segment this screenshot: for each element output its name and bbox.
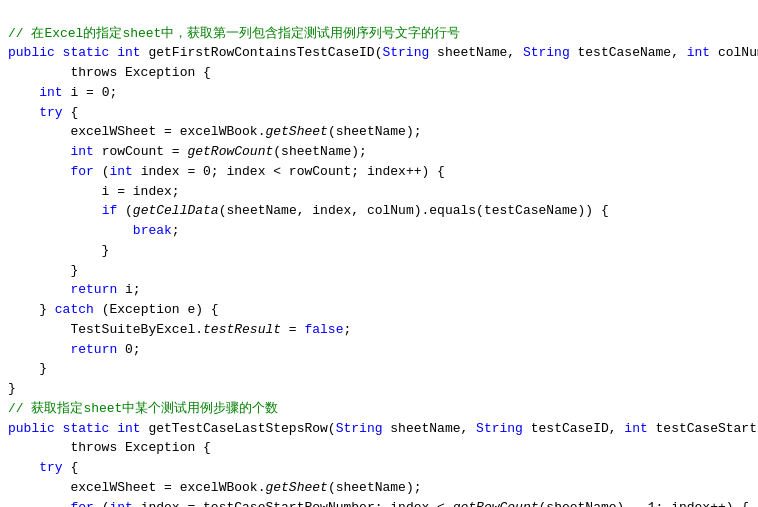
code-line: for (int index = testCaseStartRowNumber;… (0, 498, 758, 508)
code-line: } (0, 261, 758, 281)
code-text (8, 342, 70, 357)
code-text: testCaseID, (523, 421, 624, 436)
code-text: getFirstRowContainsTestCaseID( (141, 45, 383, 60)
keyword: try (39, 105, 62, 120)
code-text: ; (343, 322, 351, 337)
keyword: public static (8, 421, 117, 436)
code-text: index = testCaseStartRowNumber; index < (133, 500, 453, 508)
code-text: i = 0; (63, 85, 118, 100)
keyword: catch (55, 302, 94, 317)
code-text: throws Exception { (8, 65, 211, 80)
keyword: for (70, 500, 93, 508)
code-text: rowCount = (94, 144, 188, 159)
code-line: break; (0, 221, 758, 241)
keyword: break (133, 223, 172, 238)
method-name: getCellData (133, 203, 219, 218)
code-text (8, 105, 39, 120)
code-text (8, 144, 70, 159)
code-text: (sheetName, index, colNum).equals(testCa… (219, 203, 609, 218)
code-text: } (8, 302, 55, 317)
code-line: excelWSheet = excelWBook.getSheet(sheetN… (0, 478, 758, 498)
code-line: // 在Excel的指定sheet中，获取第一列包含指定测试用例序列号文字的行号 (0, 24, 758, 44)
keyword: int (70, 144, 93, 159)
keyword: return (70, 282, 117, 297)
keyword: int (39, 85, 62, 100)
keyword: String (382, 45, 429, 60)
code-line: public static int getTestCaseLastStepsRo… (0, 419, 758, 439)
code-text: sheetName, (382, 421, 476, 436)
code-line: } (0, 359, 758, 379)
code-text: ( (94, 164, 110, 179)
code-line: excelWSheet = excelWBook.getSheet(sheetN… (0, 122, 758, 142)
code-text (8, 85, 39, 100)
keyword: String (476, 421, 523, 436)
code-text: getTestCaseLastStepsRow( (141, 421, 336, 436)
code-text: ; (172, 223, 180, 238)
keyword: int (109, 500, 132, 508)
code-text: TestSuiteByExcel. (8, 322, 203, 337)
code-text: (Exception e) { (94, 302, 219, 317)
keyword: if (102, 203, 118, 218)
code-line: // 获取指定sheet中某个测试用例步骤的个数 (0, 399, 758, 419)
code-line: for (int index = 0; index < rowCount; in… (0, 162, 758, 182)
code-text: testCaseStartRowNumber (648, 421, 758, 436)
code-text: colNum) (710, 45, 758, 60)
code-text: excelWSheet = excelWBook. (8, 124, 265, 139)
code-text: 0; (117, 342, 140, 357)
code-text: (sheetName); (328, 480, 422, 495)
code-line: throws Exception { (0, 63, 758, 83)
code-editor: // 在Excel的指定sheet中，获取第一列包含指定测试用例序列号文字的行号… (0, 0, 758, 507)
code-text: = (281, 322, 304, 337)
keyword: try (39, 460, 62, 475)
keyword: String (336, 421, 383, 436)
method-name: getRowCount (453, 500, 539, 508)
code-text: (sheetName) - 1; index++) { (539, 500, 750, 508)
code-line: int rowCount = getRowCount(sheetName); (0, 142, 758, 162)
keyword: int (687, 45, 710, 60)
code-line: return i; (0, 280, 758, 300)
code-text: ( (94, 500, 110, 508)
code-text: i = index; (8, 184, 180, 199)
comment: // 获取指定sheet中某个测试用例步骤的个数 (8, 401, 278, 416)
code-text: { (63, 460, 79, 475)
code-text: } (8, 243, 109, 258)
code-text: throws Exception { (8, 440, 211, 455)
code-text: (sheetName); (328, 124, 422, 139)
code-text: excelWSheet = excelWBook. (8, 480, 265, 495)
code-text (8, 282, 70, 297)
code-text: sheetName, (429, 45, 523, 60)
code-line: throws Exception { (0, 438, 758, 458)
code-line: } catch (Exception e) { (0, 300, 758, 320)
code-text (8, 460, 39, 475)
code-line: } (0, 379, 758, 399)
keyword: int (624, 421, 647, 436)
code-text: } (8, 381, 16, 396)
code-text: } (8, 263, 78, 278)
keyword: String (523, 45, 570, 60)
code-line: public static int getFirstRowContainsTes… (0, 43, 758, 63)
code-line: try { (0, 103, 758, 123)
method-name: testResult (203, 322, 281, 337)
method-name: getSheet (265, 480, 327, 495)
code-text (8, 223, 133, 238)
keyword: false (304, 322, 343, 337)
code-text: index = 0; index < rowCount; index++) { (133, 164, 445, 179)
method-name: getRowCount (187, 144, 273, 159)
code-text (8, 164, 70, 179)
code-line: if (getCellData(sheetName, index, colNum… (0, 201, 758, 221)
comment: // 在Excel的指定sheet中，获取第一列包含指定测试用例序列号文字的行号 (8, 26, 460, 41)
keyword: for (70, 164, 93, 179)
code-text (8, 500, 70, 508)
code-line: return 0; (0, 340, 758, 360)
keyword: int (117, 45, 140, 60)
keyword: int (109, 164, 132, 179)
method-name: getSheet (265, 124, 327, 139)
code-line: } (0, 241, 758, 261)
code-line: TestSuiteByExcel.testResult = false; (0, 320, 758, 340)
code-line: int i = 0; (0, 83, 758, 103)
keyword: int (117, 421, 140, 436)
code-text (8, 203, 102, 218)
code-line: try { (0, 458, 758, 478)
code-text: ( (117, 203, 133, 218)
code-text: (sheetName); (273, 144, 367, 159)
